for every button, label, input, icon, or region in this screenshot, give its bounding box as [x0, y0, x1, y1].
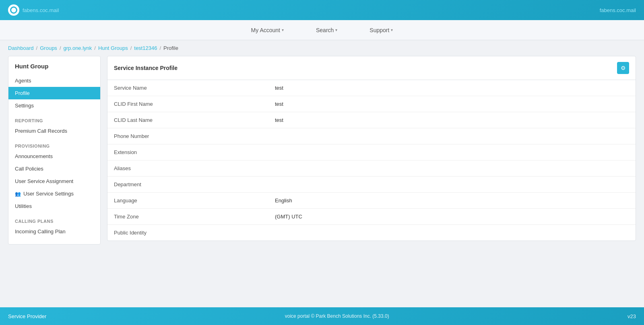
- breadcrumb-hunt-groups[interactable]: Hunt Groups: [98, 45, 128, 51]
- nav-support[interactable]: Support ▾: [365, 20, 397, 40]
- sidebar-item-agents[interactable]: Agents: [8, 74, 100, 87]
- profile-field-label: Service Name: [114, 85, 275, 91]
- profile-field-label: Public Identity: [114, 230, 275, 236]
- sidebar-settings-label: Settings: [15, 103, 34, 109]
- service-instance-profile-card: Service Instance Profile ⚙ Service Namet…: [107, 56, 636, 241]
- nav-bar: My Account ▾ Search ▾ Support ▾: [0, 20, 644, 40]
- profile-field-label: Time Zone: [114, 214, 275, 220]
- profile-field-label: Language: [114, 197, 275, 204]
- table-row: Public Identity: [107, 225, 636, 241]
- sidebar-item-utilities[interactable]: Utilities: [8, 200, 100, 212]
- sidebar-item-call-policies[interactable]: Call Policies: [8, 162, 100, 175]
- sidebar: Hunt Group Agents Profile Settings REPOR…: [8, 56, 101, 245]
- breadcrumb-sep-4: /: [130, 45, 132, 51]
- profile-field-value: (GMT) UTC: [275, 214, 302, 220]
- profile-field-label: Extension: [114, 149, 275, 155]
- profile-field-label: Department: [114, 181, 275, 187]
- sidebar-item-user-service-assignment[interactable]: User Service Assignment: [8, 175, 100, 187]
- card-title: Service Instance Profile: [114, 65, 178, 71]
- table-row: Aliases: [107, 160, 636, 177]
- footer: Service Provider voice portal © Park Ben…: [0, 307, 644, 325]
- breadcrumb-sep-2: /: [60, 45, 61, 51]
- nav-my-account[interactable]: My Account ▾: [247, 20, 288, 40]
- sidebar-call-policies-label: Call Policies: [15, 166, 43, 172]
- sidebar-user-service-assign-label: User Service Assignment: [15, 178, 73, 184]
- sidebar-announcements-label: Announcements: [15, 153, 53, 159]
- sidebar-user-service-settings-label: User Service Settings: [23, 191, 74, 197]
- sidebar-premium-call-label: Premium Call Records: [15, 128, 67, 134]
- footer-center: voice portal © Park Bench Solutions Inc.…: [285, 313, 389, 319]
- footer-right: v23: [627, 313, 636, 319]
- users-icon: 👥: [15, 191, 21, 197]
- nav-support-label: Support: [369, 27, 389, 33]
- profile-field-value: test: [275, 101, 283, 107]
- breadcrumb-profile: Profile: [163, 45, 178, 51]
- table-row: Phone Number: [107, 128, 636, 144]
- profile-field-value: English: [275, 197, 292, 204]
- logo-circle: [8, 4, 19, 16]
- breadcrumb-test12346[interactable]: test12346: [134, 45, 157, 51]
- nav-support-chevron: ▾: [391, 28, 393, 32]
- table-row: CLID First Nametest: [107, 96, 636, 112]
- sidebar-item-settings[interactable]: Settings: [8, 99, 100, 112]
- sidebar-item-user-service-settings[interactable]: 👥 User Service Settings: [8, 187, 100, 200]
- sidebar-item-profile[interactable]: Profile: [8, 87, 100, 99]
- table-row: Time Zone(GMT) UTC: [107, 209, 636, 225]
- breadcrumb-dashboard[interactable]: Dashboard: [8, 45, 34, 51]
- breadcrumb-grp[interactable]: grp.one.lynk: [64, 45, 92, 51]
- card-header: Service Instance Profile ⚙: [107, 56, 636, 80]
- top-bar: fabens.coc.mail fabens.coc.mail: [0, 0, 644, 20]
- user-link[interactable]: fabens.coc.mail: [600, 7, 636, 13]
- logo-text: fabens.coc.mail: [23, 7, 59, 13]
- breadcrumb: Dashboard / Groups / grp.one.lynk / Hunt…: [0, 40, 644, 56]
- sidebar-section-provisioning: PROVISIONING: [8, 140, 100, 150]
- sidebar-item-announcements[interactable]: Announcements: [8, 150, 100, 162]
- sidebar-incoming-calling-plan-label: Incoming Calling Plan: [15, 228, 66, 234]
- nav-search-chevron: ▾: [335, 28, 337, 32]
- nav-my-account-chevron: ▾: [282, 28, 284, 32]
- table-row: Department: [107, 177, 636, 193]
- table-row: LanguageEnglish: [107, 193, 636, 209]
- breadcrumb-sep-5: /: [159, 45, 161, 51]
- profile-field-value: test: [275, 85, 283, 91]
- profile-table: Service NametestCLID First NametestCLID …: [107, 80, 636, 241]
- breadcrumb-sep-3: /: [94, 45, 96, 51]
- logo: fabens.coc.mail: [8, 4, 59, 16]
- profile-field-label: CLID Last Name: [114, 117, 275, 123]
- nav-search-label: Search: [316, 27, 334, 33]
- sidebar-section-reporting: REPORTING: [8, 114, 100, 125]
- profile-field-label: CLID First Name: [114, 101, 275, 107]
- logo-circle-inner: [10, 6, 17, 14]
- sidebar-agents-label: Agents: [15, 78, 31, 84]
- breadcrumb-groups[interactable]: Groups: [40, 45, 57, 51]
- footer-left: Service Provider: [8, 313, 46, 319]
- sidebar-title: Hunt Group: [8, 63, 100, 74]
- table-row: CLID Last Nametest: [107, 112, 636, 128]
- table-row: Service Nametest: [107, 80, 636, 96]
- profile-field-label: Phone Number: [114, 133, 275, 139]
- breadcrumb-sep-1: /: [36, 45, 38, 51]
- sidebar-section-calling-plans: CALLING PLANS: [8, 215, 100, 225]
- gear-button[interactable]: ⚙: [617, 62, 629, 74]
- sidebar-profile-label: Profile: [15, 90, 30, 96]
- content-panel: Service Instance Profile ⚙ Service Namet…: [107, 56, 636, 299]
- sidebar-utilities-label: Utilities: [15, 203, 32, 209]
- nav-my-account-label: My Account: [251, 27, 280, 33]
- profile-field-value: test: [275, 117, 283, 123]
- gear-icon: ⚙: [621, 65, 626, 71]
- table-row: Extension: [107, 144, 636, 160]
- sidebar-item-premium-call-records[interactable]: Premium Call Records: [8, 125, 100, 137]
- profile-field-label: Aliases: [114, 165, 275, 171]
- nav-search[interactable]: Search ▾: [312, 20, 341, 40]
- main-content: Hunt Group Agents Profile Settings REPOR…: [0, 56, 644, 307]
- sidebar-item-incoming-calling-plan[interactable]: Incoming Calling Plan: [8, 225, 100, 238]
